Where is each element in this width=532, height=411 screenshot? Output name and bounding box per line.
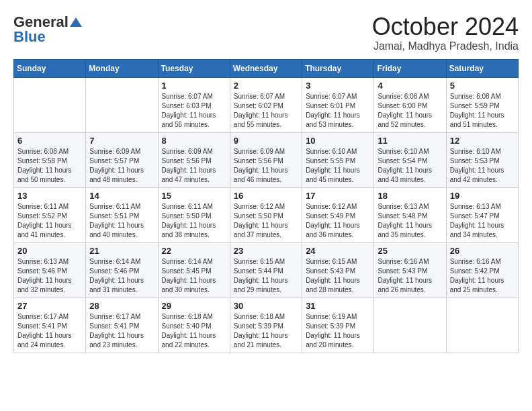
location: Jamai, Madhya Pradesh, India [372, 40, 519, 52]
calendar-cell: 8Sunrise: 6:09 AM Sunset: 5:56 PM Daylig… [158, 132, 230, 187]
day-detail: Sunrise: 6:09 AM Sunset: 5:57 PM Dayligh… [89, 147, 154, 185]
day-number: 12 [450, 136, 515, 146]
day-number: 7 [89, 136, 154, 146]
calendar-cell: 10Sunrise: 6:10 AM Sunset: 5:55 PM Dayli… [302, 132, 374, 187]
day-detail: Sunrise: 6:13 AM Sunset: 5:47 PM Dayligh… [450, 202, 515, 240]
weekday-tuesday: Tuesday [158, 59, 230, 77]
calendar-cell: 27Sunrise: 6:17 AM Sunset: 5:41 PM Dayli… [14, 298, 86, 353]
day-number: 4 [378, 81, 442, 91]
calendar-week-1: 1Sunrise: 6:07 AM Sunset: 6:03 PM Daylig… [14, 77, 519, 132]
calendar-cell: 25Sunrise: 6:16 AM Sunset: 5:43 PM Dayli… [374, 242, 446, 298]
calendar-cell [86, 77, 158, 132]
calendar-cell [446, 298, 518, 353]
calendar-cell: 3Sunrise: 6:07 AM Sunset: 6:01 PM Daylig… [302, 77, 374, 132]
day-detail: Sunrise: 6:11 AM Sunset: 5:51 PM Dayligh… [89, 202, 154, 240]
day-number: 27 [17, 301, 82, 311]
weekday-friday: Friday [374, 59, 446, 77]
day-detail: Sunrise: 6:11 AM Sunset: 5:50 PM Dayligh… [162, 202, 226, 240]
logo-bird-icon [70, 16, 82, 28]
day-detail: Sunrise: 6:09 AM Sunset: 5:56 PM Dayligh… [162, 147, 226, 185]
calendar-week-5: 27Sunrise: 6:17 AM Sunset: 5:41 PM Dayli… [14, 298, 519, 353]
title-block: October 2024 Jamai, Madhya Pradesh, Indi… [372, 13, 519, 52]
logo-blue: Blue [13, 28, 46, 46]
day-detail: Sunrise: 6:12 AM Sunset: 5:50 PM Dayligh… [234, 202, 298, 240]
calendar-cell [374, 298, 446, 353]
weekday-header-row: SundayMondayTuesdayWednesdayThursdayFrid… [14, 59, 519, 77]
day-detail: Sunrise: 6:15 AM Sunset: 5:44 PM Dayligh… [234, 257, 298, 295]
day-detail: Sunrise: 6:15 AM Sunset: 5:43 PM Dayligh… [306, 257, 370, 295]
page-header: General Blue October 2024 Jamai, Madhya … [13, 13, 519, 52]
day-number: 15 [162, 191, 226, 201]
day-detail: Sunrise: 6:17 AM Sunset: 5:41 PM Dayligh… [17, 312, 82, 350]
day-number: 8 [162, 136, 226, 146]
calendar-week-3: 13Sunrise: 6:11 AM Sunset: 5:52 PM Dayli… [14, 187, 519, 242]
calendar-cell: 12Sunrise: 6:10 AM Sunset: 5:53 PM Dayli… [446, 132, 518, 187]
day-detail: Sunrise: 6:10 AM Sunset: 5:53 PM Dayligh… [450, 147, 515, 185]
day-number: 31 [306, 301, 370, 311]
calendar-cell: 23Sunrise: 6:15 AM Sunset: 5:44 PM Dayli… [230, 242, 302, 298]
day-detail: Sunrise: 6:18 AM Sunset: 5:40 PM Dayligh… [162, 312, 226, 350]
day-number: 20 [17, 246, 82, 256]
calendar-cell: 1Sunrise: 6:07 AM Sunset: 6:03 PM Daylig… [158, 77, 230, 132]
day-number: 3 [306, 81, 370, 91]
day-number: 11 [378, 136, 442, 146]
calendar-cell: 24Sunrise: 6:15 AM Sunset: 5:43 PM Dayli… [302, 242, 374, 298]
day-detail: Sunrise: 6:11 AM Sunset: 5:52 PM Dayligh… [17, 202, 82, 240]
day-detail: Sunrise: 6:16 AM Sunset: 5:43 PM Dayligh… [378, 257, 442, 295]
calendar-cell: 21Sunrise: 6:14 AM Sunset: 5:46 PM Dayli… [86, 242, 158, 298]
day-detail: Sunrise: 6:13 AM Sunset: 5:48 PM Dayligh… [378, 202, 442, 240]
day-number: 28 [89, 301, 154, 311]
calendar-cell [14, 77, 86, 132]
day-detail: Sunrise: 6:14 AM Sunset: 5:45 PM Dayligh… [162, 257, 226, 295]
weekday-monday: Monday [86, 59, 158, 77]
calendar-cell: 6Sunrise: 6:08 AM Sunset: 5:58 PM Daylig… [14, 132, 86, 187]
day-detail: Sunrise: 6:08 AM Sunset: 5:59 PM Dayligh… [450, 92, 515, 130]
calendar-cell: 2Sunrise: 6:07 AM Sunset: 6:02 PM Daylig… [230, 77, 302, 132]
calendar-cell: 31Sunrise: 6:19 AM Sunset: 5:39 PM Dayli… [302, 298, 374, 353]
day-number: 30 [234, 301, 298, 311]
day-number: 24 [306, 246, 370, 256]
calendar-week-4: 20Sunrise: 6:13 AM Sunset: 5:46 PM Dayli… [14, 242, 519, 298]
day-number: 2 [234, 81, 298, 91]
day-detail: Sunrise: 6:09 AM Sunset: 5:56 PM Dayligh… [234, 147, 298, 185]
day-detail: Sunrise: 6:08 AM Sunset: 6:00 PM Dayligh… [378, 92, 442, 130]
day-number: 21 [89, 246, 154, 256]
day-number: 18 [378, 191, 442, 201]
day-detail: Sunrise: 6:10 AM Sunset: 5:54 PM Dayligh… [378, 147, 442, 185]
day-number: 26 [450, 246, 515, 256]
day-number: 14 [89, 191, 154, 201]
calendar-cell: 16Sunrise: 6:12 AM Sunset: 5:50 PM Dayli… [230, 187, 302, 242]
day-number: 5 [450, 81, 515, 91]
day-number: 25 [378, 246, 442, 256]
day-number: 29 [162, 301, 226, 311]
calendar-cell: 18Sunrise: 6:13 AM Sunset: 5:48 PM Dayli… [374, 187, 446, 242]
day-detail: Sunrise: 6:07 AM Sunset: 6:01 PM Dayligh… [306, 92, 370, 130]
day-detail: Sunrise: 6:12 AM Sunset: 5:49 PM Dayligh… [306, 202, 370, 240]
calendar-cell: 17Sunrise: 6:12 AM Sunset: 5:49 PM Dayli… [302, 187, 374, 242]
calendar-cell: 26Sunrise: 6:16 AM Sunset: 5:42 PM Dayli… [446, 242, 518, 298]
day-detail: Sunrise: 6:16 AM Sunset: 5:42 PM Dayligh… [450, 257, 515, 295]
day-detail: Sunrise: 6:14 AM Sunset: 5:46 PM Dayligh… [89, 257, 154, 295]
calendar-cell: 15Sunrise: 6:11 AM Sunset: 5:50 PM Dayli… [158, 187, 230, 242]
day-number: 13 [17, 191, 82, 201]
weekday-sunday: Sunday [14, 59, 86, 77]
day-detail: Sunrise: 6:19 AM Sunset: 5:39 PM Dayligh… [306, 312, 370, 350]
day-detail: Sunrise: 6:18 AM Sunset: 5:39 PM Dayligh… [234, 312, 298, 350]
calendar-cell: 11Sunrise: 6:10 AM Sunset: 5:54 PM Dayli… [374, 132, 446, 187]
calendar-week-2: 6Sunrise: 6:08 AM Sunset: 5:58 PM Daylig… [14, 132, 519, 187]
calendar-cell: 4Sunrise: 6:08 AM Sunset: 6:00 PM Daylig… [374, 77, 446, 132]
calendar-cell: 13Sunrise: 6:11 AM Sunset: 5:52 PM Dayli… [14, 187, 86, 242]
day-detail: Sunrise: 6:17 AM Sunset: 5:41 PM Dayligh… [89, 312, 154, 350]
logo: General Blue [13, 13, 82, 46]
day-number: 22 [162, 246, 226, 256]
day-detail: Sunrise: 6:07 AM Sunset: 6:03 PM Dayligh… [162, 92, 226, 130]
day-number: 1 [162, 81, 226, 91]
svg-marker-0 [70, 17, 82, 27]
weekday-wednesday: Wednesday [230, 59, 302, 77]
day-number: 16 [234, 191, 298, 201]
day-number: 23 [234, 246, 298, 256]
calendar-cell: 7Sunrise: 6:09 AM Sunset: 5:57 PM Daylig… [86, 132, 158, 187]
day-number: 10 [306, 136, 370, 146]
day-detail: Sunrise: 6:13 AM Sunset: 5:46 PM Dayligh… [17, 257, 82, 295]
day-number: 9 [234, 136, 298, 146]
